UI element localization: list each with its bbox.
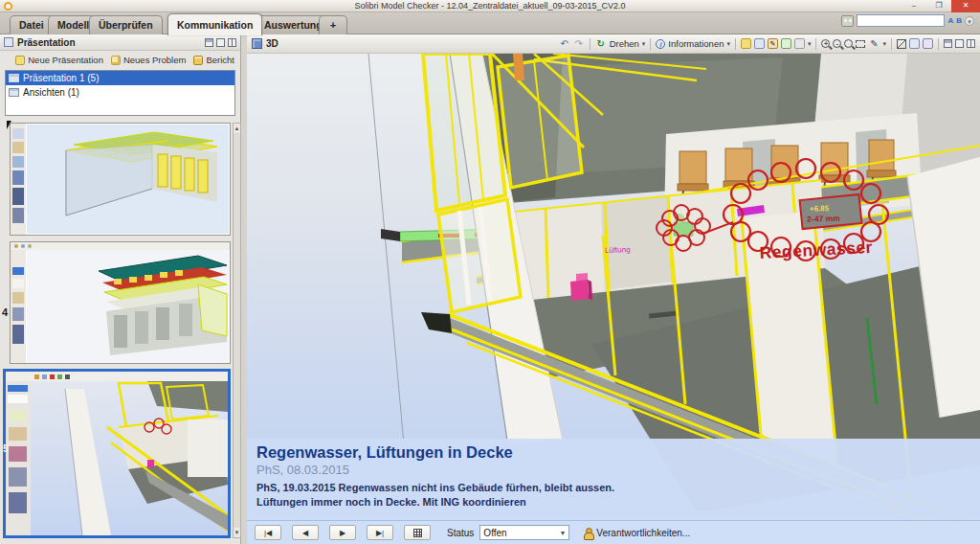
slide-thumbnail-5[interactable]	[3, 369, 231, 538]
dimension-annotation: +6.85 2-47 mm	[799, 194, 861, 229]
view-dock-icon[interactable]	[944, 39, 952, 48]
section-box-icon[interactable]	[897, 39, 906, 49]
match-word-icon[interactable]: B	[956, 16, 962, 25]
new-presentation-icon	[15, 56, 25, 65]
view-layout-icon[interactable]	[967, 39, 975, 48]
search-options-icon[interactable]: ▾	[965, 16, 974, 26]
slide-number-4: 4	[2, 306, 8, 318]
report-icon	[193, 56, 203, 65]
ribbon-tabbar: Datei Modell Überprüfen Kommunikation Au…	[0, 12, 980, 34]
markup-camera-icon[interactable]	[754, 38, 765, 49]
new-presentation-button[interactable]: Neue Präsentation	[15, 55, 103, 65]
previous-slide-button[interactable]: ◀	[292, 525, 319, 540]
close-button[interactable]: ✕	[951, 0, 980, 12]
slide-title: Regenwasser, Lüftungen in Decke	[256, 443, 980, 462]
forward-view-icon[interactable]: ↷	[573, 37, 585, 50]
presentation-actions: Neue Präsentation Neues Problem Bericht	[0, 51, 240, 69]
tab-datei[interactable]: Datei	[10, 15, 54, 34]
slide-5-preview	[6, 372, 228, 535]
new-issue-icon	[111, 56, 121, 65]
solibri-window: Solibri Model Checker - 12.04_Zentraldat…	[0, 0, 980, 544]
panel-dock-icon[interactable]	[205, 38, 213, 47]
markup-pencil-icon[interactable]: ✎	[768, 38, 778, 49]
view3d-header: 3D ↶ ↷ ↻ Drehen ▾ i Informationen ▾ ✎ ▾	[247, 34, 980, 54]
slide-3-preview	[11, 124, 230, 235]
measure-icon[interactable]: ✎	[868, 37, 880, 50]
back-view-icon[interactable]: ↶	[559, 37, 570, 50]
slide-author-date: PhS, 08.03.2015	[256, 463, 980, 477]
lueftung-label: Lüftung	[605, 245, 631, 255]
slide-navigation-bar: |◀ ◀ ▶ ▶| Status Offen ▼ Verantwortlichk…	[247, 520, 980, 544]
panel-layout-icon[interactable]	[228, 38, 236, 47]
zoom-in-icon[interactable]: +	[821, 39, 830, 48]
maximize-button[interactable]: ❐	[926, 0, 951, 12]
markup-slide-icon[interactable]	[741, 38, 751, 49]
views-item-icon	[9, 88, 19, 97]
last-slide-button[interactable]: ▶|	[367, 525, 393, 540]
view3d-title: 3D	[266, 38, 278, 49]
walk-mode-icon[interactable]	[909, 38, 920, 49]
measure-dropdown-icon[interactable]: ▾	[882, 40, 886, 48]
responsibilities-button[interactable]: Verantwortlichkeiten...	[596, 528, 690, 538]
binoculars-icon[interactable]	[841, 15, 854, 27]
responsibilities-icon	[583, 528, 592, 538]
slide-number-5: 5	[3, 442, 9, 454]
tree-item-ansichten[interactable]: Ansichten (1)	[6, 85, 234, 100]
scroll-down-icon[interactable]: ▼	[234, 528, 240, 537]
view3d-panel: 3D ↶ ↷ ↻ Drehen ▾ i Informationen ▾ ✎ ▾	[247, 34, 980, 544]
status-label: Status	[447, 528, 474, 538]
markup-image-icon[interactable]	[781, 38, 791, 49]
dimension-line2: 2-47 mm	[807, 214, 840, 224]
zoom-out-icon[interactable]: -	[833, 39, 841, 48]
game-controls-icon[interactable]	[923, 38, 933, 49]
titlebar: Solibri Model Checker - 12.04_Zentraldat…	[0, 0, 980, 12]
new-issue-button[interactable]: Neues Problem	[111, 55, 186, 65]
zoom-window-icon[interactable]	[856, 40, 865, 48]
presentation-panel-title: Präsentation	[17, 37, 76, 48]
report-button[interactable]: Bericht	[193, 55, 234, 65]
presentation-item-icon	[9, 74, 19, 82]
view-maximize-icon[interactable]	[955, 39, 964, 48]
status-dropdown[interactable]: Offen ▼	[479, 525, 569, 540]
search-input[interactable]	[857, 14, 945, 27]
presentation-tree: Präsentation 1 (5) Ansichten (1)	[5, 70, 235, 116]
slide-comment-line2: Lüftungen immer noch in Decke. Mit ING k…	[256, 495, 980, 510]
first-slide-button[interactable]: |◀	[255, 525, 281, 540]
slide-4-preview	[11, 242, 230, 363]
rotate-icon[interactable]: ↻	[595, 37, 607, 50]
presentation-panel: Präsentation Neue Präsentation Neues Pro…	[0, 34, 241, 544]
next-slide-button[interactable]: ▶	[329, 525, 356, 540]
information-label[interactable]: Informationen	[668, 38, 724, 49]
slide-thumbnail-4[interactable]	[10, 241, 231, 364]
presentation-icon	[4, 37, 13, 47]
scroll-up-icon[interactable]: ▲	[234, 124, 240, 133]
window-title: Solibri Model Checker - 12.04_Zentraldat…	[0, 1, 980, 11]
zoom-fit-icon[interactable]	[844, 39, 853, 48]
markup-eraser-icon[interactable]	[794, 38, 805, 49]
tab-kommunikation[interactable]: Kommunikation	[167, 13, 262, 35]
minimize-button[interactable]: –	[902, 0, 926, 12]
rotate-dropdown-icon[interactable]: ▾	[642, 40, 646, 48]
slide-thumbnail-3[interactable]	[10, 123, 231, 236]
markup-dropdown-icon[interactable]: ▾	[808, 40, 812, 48]
dimension-line1: +6.85	[810, 204, 830, 214]
rotate-label[interactable]: Drehen	[610, 38, 639, 49]
cube-3d-icon	[252, 38, 262, 49]
panel-maximize-icon[interactable]	[216, 38, 225, 47]
tree-item-presentation-1[interactable]: Präsentation 1 (5)	[6, 71, 234, 85]
table-icon	[413, 529, 422, 537]
presentation-panel-header: Präsentation	[0, 34, 240, 51]
information-icon[interactable]: i	[656, 39, 665, 49]
slide-comment-line1: PhS, 19.03.2015 Regenwassen nicht ins Ge…	[256, 481, 980, 495]
tab-add[interactable]: +	[319, 15, 347, 34]
tab-ueberpruefen[interactable]: Überprüfen	[89, 15, 163, 34]
slide-table-button[interactable]	[404, 525, 431, 540]
status-dropdown-caret-icon: ▼	[559, 530, 566, 536]
thumbnail-scrollbar[interactable]: ▲ ▼	[233, 123, 241, 538]
match-case-icon[interactable]: A	[947, 16, 953, 25]
information-dropdown-icon[interactable]: ▾	[726, 40, 730, 48]
slide-info: Regenwasser, Lüftungen in Decke PhS, 08.…	[247, 439, 980, 520]
